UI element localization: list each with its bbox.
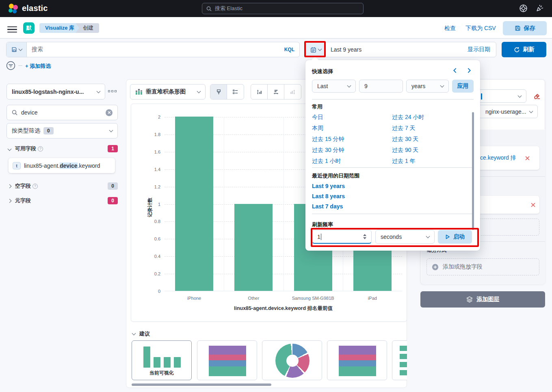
available-fields-count-badge: 1 (108, 145, 118, 152)
quick-link-last-15m[interactable]: 过去 15 分钟 (312, 136, 344, 143)
play-icon (445, 234, 450, 239)
x-gridline (224, 117, 224, 291)
refresh-icon (514, 47, 520, 53)
save-query-icon (11, 47, 17, 52)
filter-by-type-select[interactable]: 按类型筛选0 (6, 123, 118, 139)
remove-dimension-icon[interactable] (525, 156, 530, 160)
quick-select-tense[interactable]: Last (312, 80, 356, 93)
chevron-down-icon (440, 84, 444, 88)
quick-select-amount-input[interactable]: 9 (359, 80, 403, 93)
quick-link-last-1y[interactable]: 过去 1 年 (392, 158, 416, 165)
space-avatar[interactable]: 默 (23, 22, 35, 34)
quick-link-today[interactable]: 今日 (312, 114, 323, 121)
suggestion-current-label: 当前可视化 (132, 370, 191, 377)
refresh-button[interactable]: 刷新 (502, 42, 546, 57)
quick-select-unit[interactable]: years (406, 80, 449, 93)
quick-link-last-24h[interactable]: 过去 24 小时 (392, 114, 424, 121)
quick-link-last-30d[interactable]: 过去 30 天 (392, 136, 418, 143)
breadcrumb-visualize-library[interactable]: Visualize 库 (39, 23, 82, 33)
quick-link-last-90d[interactable]: 过去 90 天 (392, 147, 418, 154)
layers-icon (466, 296, 473, 303)
bar-other[interactable] (234, 204, 273, 291)
start-refresh-button[interactable]: 启动 (438, 230, 472, 244)
bar-iphone[interactable] (175, 117, 213, 291)
suggestion-stacked-bar[interactable] (197, 340, 257, 380)
clear-layer-eraser-icon[interactable] (533, 92, 541, 100)
next-time-window-icon[interactable] (465, 67, 472, 74)
elastic-logo-icon[interactable] (7, 3, 19, 14)
recent-range-item[interactable]: Last 8 years (312, 193, 345, 199)
date-range-value[interactable]: Last 9 years (326, 46, 468, 53)
chevron-down-icon (8, 147, 12, 151)
add-or-drop-field-button[interactable]: 添加或拖放字段 (426, 258, 539, 275)
newsfeed-icon[interactable] (535, 4, 544, 13)
x-axis-category: iPhone (165, 296, 224, 301)
legend-settings-button[interactable] (227, 84, 244, 99)
download-csv-link[interactable]: 下载为 CSV (465, 25, 496, 32)
popover-scrollbar[interactable] (472, 112, 474, 230)
quick-link-this-week[interactable]: 本周 (312, 125, 323, 132)
refresh-interval-input[interactable]: 1 (312, 230, 372, 244)
suggestions-scrollbar[interactable] (132, 383, 271, 386)
index-pattern-select[interactable]: linux85-logstash-nginx-u... (6, 84, 105, 100)
x-axis-category: Other (224, 296, 283, 301)
global-top-bar: elastic 搜索 Elastic (0, 0, 552, 17)
refresh-unit-select[interactable]: seconds (375, 230, 435, 244)
y-axis-tick: 0.4 (154, 254, 160, 259)
vertical-axis-right-icon (290, 89, 296, 95)
show-dates-button[interactable]: 显示日期 (468, 46, 496, 53)
quick-link-last-7d[interactable]: 过去 7 天 (392, 125, 416, 132)
global-search-input[interactable]: 搜索 Elastic (202, 3, 364, 14)
bottom-axis-button[interactable] (268, 84, 284, 99)
x-gridline (284, 117, 284, 291)
remove-dimension-icon[interactable] (531, 203, 535, 207)
clear-search-icon[interactable] (106, 109, 113, 116)
save-button[interactable]: 保存 (503, 21, 547, 35)
suggestions-section-toggle[interactable]: 建议 (132, 330, 150, 338)
field-search-input[interactable]: device (6, 105, 118, 120)
empty-fields-count-badge: 0 (108, 182, 118, 190)
axis-options-group (251, 84, 301, 100)
left-axis-button[interactable] (251, 84, 268, 99)
refresh-frequency-title: 刷新频率 (312, 221, 333, 228)
previous-time-window-icon[interactable] (452, 67, 459, 74)
add-filter-button[interactable]: + 添加筛选 (25, 63, 51, 70)
style-settings-button[interactable] (210, 84, 227, 99)
y-axis-tick: 1.2 (154, 184, 160, 189)
suggestion-donut[interactable] (262, 340, 322, 380)
chart-type-select[interactable]: 垂直堆积条形图 (130, 84, 206, 100)
query-input[interactable]: 搜索 (27, 46, 284, 53)
filter-options-icon[interactable] (6, 61, 15, 70)
divider (312, 99, 474, 100)
empty-fields-section[interactable]: 空字段 ? 0 (7, 182, 118, 190)
apply-button[interactable]: 应用 (452, 80, 474, 93)
field-list-options-icon[interactable] (108, 90, 117, 92)
quick-link-last-30m[interactable]: 过去 30 分钟 (312, 147, 344, 154)
add-layer-button[interactable]: 添加图层 (420, 291, 545, 308)
quick-link-last-1h[interactable]: 过去 1 小时 (312, 158, 341, 165)
kql-badge[interactable]: KQL (284, 47, 299, 52)
brand-name: elastic (22, 4, 48, 13)
layer-index-pattern-value: nginx-userage... (485, 108, 526, 115)
menu-hamburger-icon[interactable] (7, 25, 17, 34)
help-icon: ? (38, 146, 43, 152)
app-window: elastic 搜索 Elastic 默 Visualize 库 创建 检查 下… (0, 0, 552, 392)
available-fields-section[interactable]: 可用字段 ? 1 (7, 145, 118, 152)
inspect-link[interactable]: 检查 (444, 25, 456, 32)
chevron-down-icon (529, 109, 533, 113)
recent-range-item[interactable]: Last 9 years (312, 183, 345, 189)
stacked-bar-thumb (339, 346, 376, 376)
query-bar: 搜索 KQL (6, 42, 300, 57)
suggestion-current-chart (143, 347, 181, 368)
number-stepper[interactable] (363, 234, 366, 239)
meta-fields-section[interactable]: 元字段 0 (7, 197, 118, 204)
type-filter-count-badge: 0 (43, 127, 54, 134)
suggestion-horizontal-bar[interactable] (392, 340, 407, 380)
saved-query-menu-button[interactable] (6, 42, 27, 57)
suggestion-stacked-bar-2[interactable] (327, 340, 387, 380)
recent-range-item[interactable]: Last 7 days (312, 203, 343, 210)
quick-select-date-button[interactable] (306, 42, 326, 57)
suggestion-current[interactable]: 当前可视化 (132, 340, 192, 380)
field-item-device-keyword[interactable]: t linux85-agent.device.keyword (9, 158, 115, 173)
help-icon[interactable] (519, 4, 528, 13)
